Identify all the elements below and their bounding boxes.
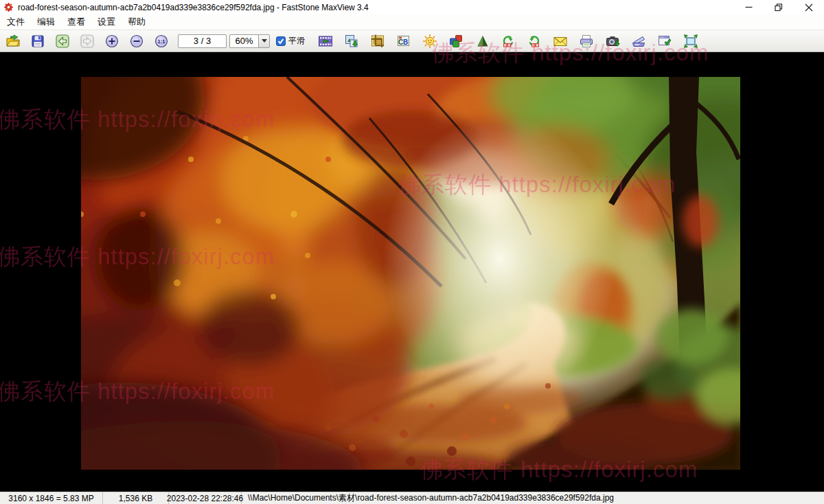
crop-button[interactable]: [369, 32, 386, 50]
crop-icon: [370, 34, 385, 49]
email-button[interactable]: [552, 32, 569, 50]
svg-text:B: B: [403, 38, 408, 45]
smooth-checkbox[interactable]: [276, 36, 286, 46]
print-button[interactable]: [578, 32, 595, 50]
fullscreen-button[interactable]: [683, 32, 699, 50]
rotate-left-button[interactable]: [500, 32, 516, 50]
close-icon: [805, 3, 813, 12]
acquire-scan-icon: [631, 34, 646, 49]
slideshow-button[interactable]: [317, 32, 334, 50]
status-image-dimensions: 3160 x 1846 = 5.83 MP: [0, 492, 103, 504]
settings-icon: [657, 34, 672, 49]
print-icon: [579, 34, 594, 49]
check-icon: [277, 38, 284, 45]
toolbar: 1:1 3 / 3 60% 平滑: [0, 30, 824, 52]
save-icon: [30, 34, 45, 49]
save-button[interactable]: [30, 32, 46, 50]
screen-capture-button[interactable]: [604, 32, 621, 50]
zoom-in-button[interactable]: [104, 32, 120, 50]
zoom-out-icon: [129, 34, 144, 49]
zoom-out-button[interactable]: [128, 32, 145, 50]
menu-settings[interactable]: 设置: [91, 14, 122, 30]
window-controls: [733, 0, 824, 14]
chevron-down-icon: [262, 39, 267, 43]
next-image-button[interactable]: [79, 32, 95, 50]
menubar: 文件 编辑 查看 设置 帮助: [0, 14, 824, 30]
effects-icon: [474, 34, 490, 49]
adjust-colors-button[interactable]: [448, 32, 464, 50]
toolbar-right-group: C B: [317, 32, 709, 50]
status-file-size: 1,536 KB: [103, 492, 169, 504]
acquire-scan-button[interactable]: [630, 32, 647, 50]
previous-image-button[interactable]: [54, 32, 71, 50]
minimize-button[interactable]: [733, 0, 764, 14]
smooth-label: 平滑: [288, 35, 305, 47]
restore-button[interactable]: [764, 0, 794, 14]
menu-edit[interactable]: 编辑: [31, 14, 61, 30]
slideshow-icon: [318, 34, 333, 49]
status-file-path: \\Mac\Home\Documents\素材\road-forest-seas…: [242, 492, 824, 504]
open-icon: [5, 34, 21, 49]
fullscreen-icon: [683, 34, 698, 49]
settings-button[interactable]: [656, 32, 673, 50]
rotate-right-button[interactable]: [526, 32, 542, 50]
faststone-maxview-window: { "window": { "title": "road-forest-seas…: [0, 0, 824, 504]
color-balance-button[interactable]: C B: [396, 32, 412, 50]
restore-icon: [775, 3, 783, 12]
next-image-icon: [80, 34, 95, 49]
actual-size-icon: 1:1: [154, 34, 169, 49]
open-button[interactable]: [5, 32, 21, 50]
app-icon: [3, 2, 14, 12]
window-title: road-forest-season-autumn-acb7a2b0419ad3…: [18, 3, 369, 12]
photo-rendering: [81, 77, 740, 470]
screen-capture-icon: [605, 34, 620, 49]
resize-icon: [344, 34, 359, 49]
previous-image-icon: [55, 34, 70, 49]
statusbar: 3160 x 1846 = 5.83 MP 1,536 KB 2023-02-2…: [0, 492, 824, 504]
image-viewer-canvas[interactable]: [0, 52, 824, 492]
close-button[interactable]: [794, 0, 824, 14]
svg-text:1:1: 1:1: [158, 38, 165, 45]
menu-help[interactable]: 帮助: [122, 14, 152, 30]
email-icon: [553, 34, 568, 49]
actual-size-button[interactable]: 1:1: [153, 32, 170, 50]
brightness-icon: [422, 34, 437, 49]
adjust-colors-icon: [448, 34, 464, 49]
resize-button[interactable]: [343, 32, 360, 50]
menu-view[interactable]: 查看: [61, 14, 91, 30]
brightness-button[interactable]: [422, 32, 438, 50]
zoom-level-field[interactable]: 60%: [229, 34, 258, 48]
rotate-left-icon: [501, 34, 516, 49]
zoom-dropdown-button[interactable]: [258, 34, 270, 48]
color-balance-icon: C B: [396, 34, 411, 49]
effects-button[interactable]: [474, 32, 490, 50]
titlebar: road-forest-season-autumn-acb7a2b0419ad3…: [0, 0, 824, 14]
zoom-in-icon: [104, 34, 119, 49]
menu-file[interactable]: 文件: [1, 14, 31, 30]
page-indicator-field[interactable]: 3 / 3: [178, 34, 227, 48]
rotate-right-icon: [527, 34, 542, 49]
photo-autumn-road[interactable]: [81, 77, 740, 470]
minimize-icon: [745, 3, 753, 11]
status-modified-date: 2023-02-28 22:28:46: [169, 492, 242, 504]
